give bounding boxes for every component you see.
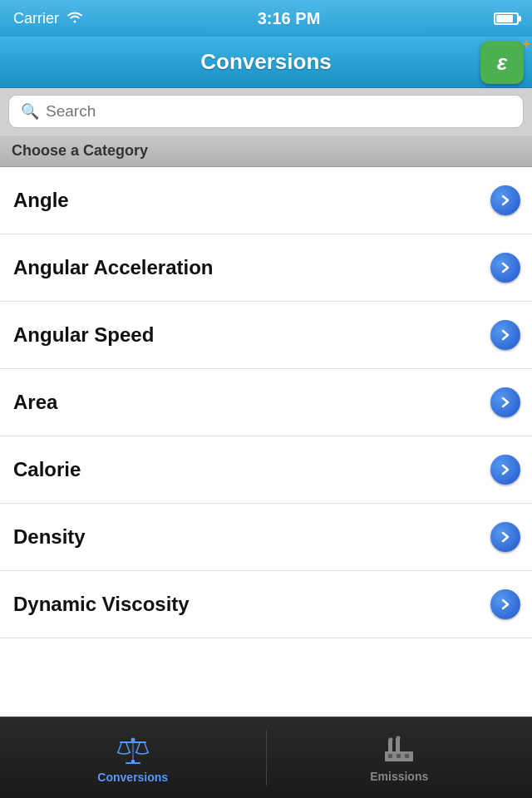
battery-icon: [494, 12, 519, 25]
svg-rect-14: [405, 754, 409, 758]
svg-line-7: [145, 743, 148, 752]
nav-bar: Conversions ε+: [0, 37, 532, 88]
item-label-calorie: Calorie: [13, 458, 81, 481]
search-container: 🔍: [0, 88, 532, 135]
list-item-dynamic-viscosity[interactable]: Dynamic Viscosity: [0, 571, 532, 638]
svg-point-8: [131, 737, 135, 741]
tab-emissions[interactable]: Emissions: [267, 717, 533, 798]
status-bar: Carrier 3:16 PM: [0, 0, 532, 37]
item-label-area: Area: [13, 391, 57, 414]
svg-rect-1: [126, 762, 140, 764]
status-right: [494, 12, 519, 25]
wifi-icon: [66, 10, 84, 27]
chevron-dynamic-viscosity: [490, 589, 520, 619]
item-label-density: Density: [13, 525, 86, 549]
chevron-angle: [490, 185, 520, 215]
svg-line-6: [136, 743, 140, 752]
conversions-tab-label: Conversions: [97, 771, 168, 784]
tab-conversions[interactable]: Conversions: [0, 717, 266, 798]
carrier-label: Carrier: [13, 10, 59, 27]
item-label-angular-acceleration: Angular Acceleration: [13, 256, 214, 279]
chevron-area: [490, 387, 520, 417]
list-item-angle[interactable]: Angle: [0, 167, 532, 234]
conversions-tab-icon: [115, 732, 151, 767]
svg-line-4: [118, 743, 121, 752]
app-icon-button[interactable]: ε+: [480, 41, 524, 84]
item-label-angle: Angle: [13, 189, 69, 212]
list-item-calorie[interactable]: Calorie: [0, 436, 532, 504]
list-item-angular-speed[interactable]: Angular Speed: [0, 302, 532, 369]
list-item-area[interactable]: Area: [0, 369, 532, 436]
search-input[interactable]: [46, 102, 511, 121]
chevron-density: [490, 522, 520, 552]
status-left: Carrier: [13, 10, 84, 27]
search-bar: 🔍: [8, 95, 524, 128]
emissions-tab-label: Emissions: [370, 770, 428, 783]
svg-line-5: [126, 743, 130, 752]
chevron-angular-speed: [490, 320, 520, 350]
list-item-density[interactable]: Density: [0, 504, 532, 571]
list-item-angular-acceleration[interactable]: Angular Acceleration: [0, 234, 532, 302]
item-label-angular-speed: Angular Speed: [13, 323, 154, 347]
time-label: 3:16 PM: [258, 9, 321, 28]
category-list: Angle Angular Acceleration Angular Speed: [0, 167, 532, 719]
svg-rect-12: [388, 754, 392, 758]
item-label-dynamic-viscosity: Dynamic Viscosity: [13, 593, 190, 616]
app-icon-e: ε+: [497, 52, 507, 73]
category-header: Choose a Category: [0, 135, 532, 167]
svg-rect-13: [397, 754, 401, 758]
chevron-angular-acceleration: [490, 253, 520, 283]
nav-title: Conversions: [200, 49, 332, 75]
category-header-label: Choose a Category: [12, 142, 148, 159]
app-icon-plus: +: [523, 37, 530, 51]
search-icon: 🔍: [21, 102, 39, 121]
svg-rect-2: [132, 741, 133, 761]
chevron-calorie: [490, 455, 520, 485]
tab-bar: Conversions Emissions: [0, 717, 532, 798]
emissions-tab-icon: [382, 733, 416, 766]
